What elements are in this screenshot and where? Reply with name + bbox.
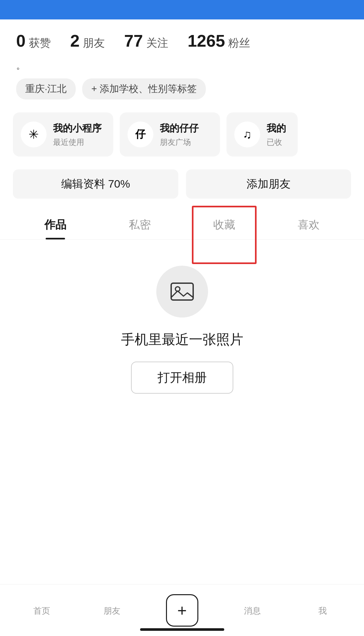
zaizai-sub: 朋友广场 (160, 137, 199, 147)
miniapp-text: 我的小程序 最近使用 (53, 122, 102, 147)
add-tags-chip[interactable]: + 添加学校、性别等标签 (82, 78, 206, 99)
music-text: 我的 已收 (267, 122, 286, 147)
zaizai-icon: 仔 (127, 121, 153, 147)
following-count: 77 (124, 31, 143, 51)
friends-label: 朋友 (83, 36, 105, 51)
action-buttons: 编辑资料 70% 添加朋友 (0, 166, 364, 208)
stat-friends: 2 朋友 (70, 31, 105, 51)
following-label: 关注 (146, 36, 168, 51)
nav-me[interactable]: 我 (287, 604, 358, 617)
image-icon (169, 279, 195, 305)
tab-works-label: 作品 (44, 218, 66, 231)
tab-collect[interactable]: 收藏 (182, 208, 267, 239)
tab-private[interactable]: 私密 (97, 208, 182, 239)
home-indicator (140, 628, 224, 631)
bio-text: 。 (0, 58, 364, 75)
tab-like[interactable]: 喜欢 (267, 208, 351, 239)
stat-following: 77 关注 (124, 31, 168, 51)
miniapp-title: 我的小程序 (53, 122, 102, 135)
content-area: 手机里最近一张照片 打开相册 (0, 240, 364, 413)
nav-add-button[interactable]: + (166, 594, 198, 627)
photo-placeholder-icon (156, 266, 208, 318)
stat-likes: 0 获赞 (16, 31, 51, 51)
tags-row: 重庆·江北 + 添加学校、性别等标签 (0, 75, 364, 109)
nav-messages[interactable]: 消息 (217, 604, 287, 617)
nav-messages-label: 消息 (244, 605, 261, 617)
quick-card-miniapp[interactable]: ✳ 我的小程序 最近使用 (13, 112, 113, 156)
quick-card-zaizai[interactable]: 仔 我的仔仔 朋友广场 (120, 112, 220, 156)
nav-friends-label: 朋友 (104, 605, 120, 617)
music-icon: ♫ (234, 121, 260, 147)
tab-works[interactable]: 作品 (13, 208, 97, 239)
quick-access-row: ✳ 我的小程序 最近使用 仔 我的仔仔 朋友广场 ♫ 我的 已收 (0, 109, 364, 166)
stat-fans: 1265 粉丝 (188, 31, 250, 51)
tab-like-label: 喜欢 (298, 218, 320, 231)
music-sub: 已收 (267, 137, 286, 147)
friends-count: 2 (70, 31, 80, 51)
zaizai-text: 我的仔仔 朋友广场 (160, 122, 199, 147)
nav-home-label: 首页 (33, 605, 50, 617)
tab-collect-label: 收藏 (213, 218, 235, 231)
nav-me-label: 我 (318, 605, 327, 617)
nav-add-icon: + (177, 601, 187, 620)
header-bar (0, 0, 364, 19)
spacer (0, 413, 364, 543)
location-tag-text: 重庆·江北 (25, 82, 67, 96)
music-title: 我的 (267, 122, 286, 135)
miniapp-sub: 最近使用 (53, 137, 102, 147)
zaizai-title: 我的仔仔 (160, 122, 199, 135)
add-friend-button[interactable]: 添加朋友 (186, 169, 351, 199)
open-album-button[interactable]: 打开相册 (131, 362, 233, 394)
stats-row: 0 获赞 2 朋友 77 关注 1265 粉丝 (0, 19, 364, 58)
likes-count: 0 (16, 31, 26, 51)
nav-add[interactable]: + (147, 594, 217, 627)
photo-placeholder-text: 手机里最近一张照片 (121, 330, 243, 349)
fans-count: 1265 (188, 31, 225, 51)
likes-label: 获赞 (29, 36, 51, 51)
miniapp-icon: ✳ (21, 121, 47, 147)
add-tags-text: + 添加学校、性别等标签 (91, 82, 197, 96)
tab-private-label: 私密 (129, 218, 151, 231)
edit-profile-button[interactable]: 编辑资料 70% (13, 169, 178, 199)
quick-card-music[interactable]: ♫ 我的 已收 (226, 112, 298, 156)
fans-label: 粉丝 (228, 36, 250, 51)
tabs-row: 作品 私密 收藏 喜欢 (0, 208, 364, 240)
nav-friends[interactable]: 朋友 (77, 604, 147, 617)
svg-rect-0 (171, 283, 193, 300)
nav-home[interactable]: 首页 (6, 604, 77, 617)
location-tag[interactable]: 重庆·江北 (16, 78, 76, 99)
